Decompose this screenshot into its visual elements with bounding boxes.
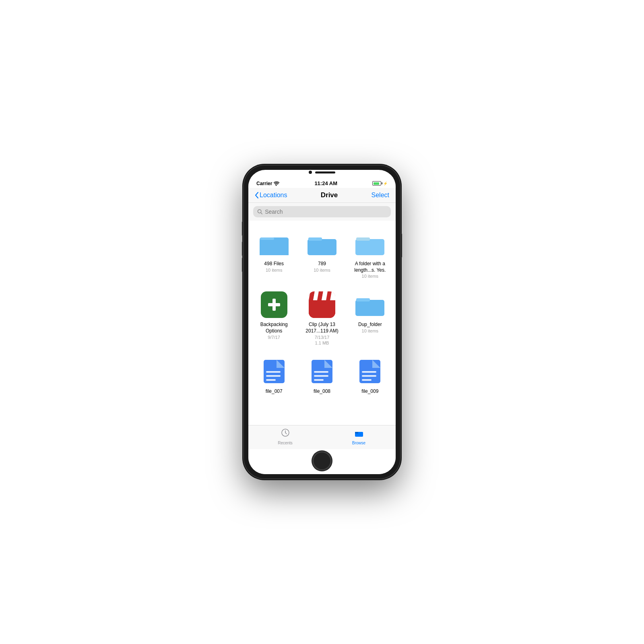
doc-icon-007 <box>260 357 289 386</box>
app-icon-clip <box>308 290 336 319</box>
select-button[interactable]: Select <box>372 192 389 199</box>
back-label: Locations <box>260 192 287 199</box>
item-name-clip: Clip (July 13 2017...119 AM) <box>301 322 343 334</box>
camera-notch <box>248 170 396 175</box>
files-grid: 498 Files 10 items 789 10 items <box>252 225 392 399</box>
recents-icon <box>281 428 290 440</box>
svg-rect-4 <box>260 239 289 255</box>
grid-item-folder-long[interactable]: A folder with a length...s. Yes. 10 item… <box>348 225 392 283</box>
item-name-backpacking: Backpacking Options <box>253 322 295 334</box>
svg-rect-21 <box>314 379 324 381</box>
wifi-icon <box>274 181 279 186</box>
svg-rect-10 <box>355 300 384 316</box>
svg-rect-14 <box>266 371 281 373</box>
svg-rect-6 <box>308 239 336 255</box>
svg-rect-26 <box>362 379 372 381</box>
folder-icon-498 <box>260 229 289 258</box>
phone-frame: Carrier 11:24 AM ⚡ <box>244 165 400 479</box>
folder-icon-long <box>355 229 384 258</box>
svg-rect-15 <box>266 375 281 377</box>
page-title: Drive <box>321 191 338 199</box>
svg-rect-7 <box>308 237 322 241</box>
grid-item-file-009[interactable]: file_009 <box>348 353 392 399</box>
tab-bar: Recents Browse <box>248 425 396 449</box>
item-name-folder-long: A folder with a length...s. Yes. <box>349 261 391 273</box>
item-meta-clip-size: 1.1 MB <box>315 340 329 346</box>
svg-rect-31 <box>355 432 358 433</box>
svg-rect-8 <box>355 239 384 255</box>
svg-rect-9 <box>356 237 370 241</box>
item-meta-folder-long: 10 items <box>362 273 379 279</box>
status-time: 11:24 AM <box>314 180 337 186</box>
svg-line-29 <box>285 433 287 434</box>
item-name-folder-789: 789 <box>318 261 326 267</box>
doc-icon-008 <box>308 357 336 386</box>
speaker-bar <box>315 171 335 173</box>
phone-screen: Carrier 11:24 AM ⚡ <box>248 170 396 474</box>
grid-item-file-007[interactable]: file_007 <box>252 353 296 399</box>
item-meta-folder-789: 10 items <box>314 267 330 273</box>
battery-icon: ⚡ <box>372 181 388 186</box>
svg-rect-25 <box>362 375 376 377</box>
grid-item-clip[interactable]: Clip (July 13 2017...119 AM) 7/13/17 1.1… <box>299 286 344 350</box>
grid-item-folder-498[interactable]: 498 Files 10 items <box>252 225 296 283</box>
carrier-label: Carrier <box>256 181 272 186</box>
grid-item-dup-folder[interactable]: Dup_folder 10 items <box>348 286 392 350</box>
tab-browse[interactable]: Browse <box>322 428 396 445</box>
content-area: 498 Files 10 items 789 10 items <box>248 221 396 425</box>
svg-rect-16 <box>266 379 276 381</box>
browse-icon <box>354 428 364 440</box>
item-meta-dup-folder: 10 items <box>362 328 379 334</box>
item-meta-folder-498: 10 items <box>266 267 283 273</box>
grid-item-backpacking[interactable]: Backpacking Options 9/7/17 <box>252 286 296 350</box>
search-input[interactable] <box>265 208 387 215</box>
item-meta-backpacking: 9/7/17 <box>268 334 280 340</box>
back-button[interactable]: Locations <box>255 192 287 199</box>
doc-icon-009 <box>355 357 384 386</box>
search-container <box>248 203 396 221</box>
item-name-file-008: file_008 <box>314 388 330 395</box>
status-right: ⚡ <box>372 181 388 186</box>
folder-icon-789 <box>308 229 336 258</box>
svg-rect-24 <box>362 371 376 373</box>
svg-rect-19 <box>314 371 328 373</box>
svg-line-1 <box>261 213 262 214</box>
svg-rect-5 <box>260 237 274 240</box>
status-bar: Carrier 11:24 AM ⚡ <box>248 175 396 188</box>
tab-recents[interactable]: Recents <box>248 428 322 445</box>
item-name-file-007: file_007 <box>266 388 283 395</box>
app-icon-backpacking <box>260 290 289 319</box>
item-meta-clip-date: 7/13/17 <box>315 334 330 340</box>
svg-rect-20 <box>314 375 328 377</box>
nav-bar: Locations Drive Select <box>248 188 396 203</box>
svg-rect-11 <box>356 298 370 301</box>
item-name-dup-folder: Dup_folder <box>358 322 382 328</box>
tab-recents-label: Recents <box>278 441 293 445</box>
camera-dot <box>309 171 312 174</box>
status-left: Carrier <box>256 181 279 186</box>
tab-browse-label: Browse <box>352 441 365 445</box>
search-bar <box>253 206 391 217</box>
home-button[interactable] <box>312 451 332 471</box>
grid-item-folder-789[interactable]: 789 10 items <box>299 225 344 283</box>
item-name-file-009: file_009 <box>361 388 378 395</box>
home-area <box>248 449 396 474</box>
folder-icon-dup <box>355 290 384 319</box>
grid-item-file-008[interactable]: file_008 <box>299 353 344 399</box>
item-name-folder-498: 498 Files <box>264 261 284 267</box>
search-icon <box>257 209 262 215</box>
